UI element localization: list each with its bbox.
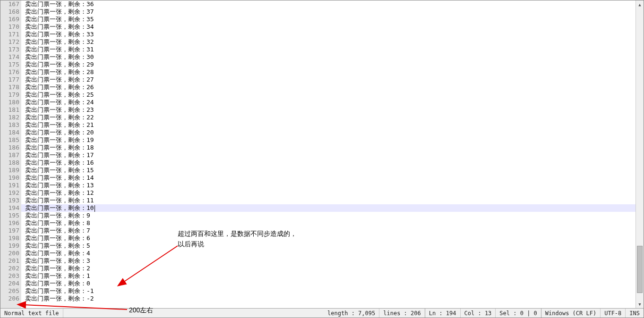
editor-area: 1671681691701711721731741751761771781791… (0, 0, 644, 308)
code-line[interactable]: 卖出门票一张，剩余：29 (21, 61, 635, 68)
status-filetype: Normal text file (0, 309, 63, 318)
annotation-line1: 超过两百和这里，是数据不同步造成的， (178, 228, 297, 239)
line-number: 199 (0, 242, 19, 250)
annotation-line2: 以后再说 (178, 239, 297, 249)
code-line[interactable]: 卖出门票一张，剩余：14 (21, 174, 635, 182)
line-number: 190 (0, 174, 19, 182)
line-number: 189 (0, 167, 19, 174)
line-number: 197 (0, 227, 19, 234)
line-number-gutter: 1671681691701711721731741751761771781791… (0, 0, 21, 308)
code-line[interactable]: 卖出门票一张，剩余：-2 (21, 295, 635, 302)
line-number: 206 (0, 295, 19, 302)
line-number: 205 (0, 287, 19, 295)
code-line[interactable]: 卖出门票一张，剩余：30 (21, 53, 635, 61)
status-bar: Normal text file length : 7,095 lines : … (0, 308, 644, 318)
code-line[interactable]: 卖出门票一张，剩余：12 (21, 189, 635, 197)
code-line[interactable]: 卖出门票一张，剩余：23 (21, 106, 635, 114)
status-ins: INS (626, 309, 644, 318)
line-number: 195 (0, 212, 19, 219)
line-number: 204 (0, 280, 19, 287)
line-number: 183 (0, 121, 19, 129)
code-line[interactable]: 卖出门票一张，剩余：1 (21, 272, 635, 280)
status-length: length : 7,095 (324, 309, 379, 318)
code-line[interactable]: 卖出门票一张，剩余：27 (21, 76, 635, 84)
line-number: 191 (0, 182, 19, 189)
line-number: 174 (0, 53, 19, 61)
code-line[interactable]: 卖出门票一张，剩余：15 (21, 167, 635, 174)
code-line[interactable]: 卖出门票一张，剩余：10 (21, 204, 635, 212)
line-number: 187 (0, 151, 19, 159)
line-number: 182 (0, 114, 19, 121)
line-number: 184 (0, 129, 19, 136)
code-line[interactable]: 卖出门票一张，剩余：26 (21, 84, 635, 91)
line-number: 203 (0, 272, 19, 280)
code-line[interactable]: 卖出门票一张，剩余：36 (21, 0, 635, 8)
code-line[interactable]: 卖出门票一张，剩余：37 (21, 8, 635, 16)
line-number: 200 (0, 250, 19, 257)
line-number: 178 (0, 84, 19, 91)
scroll-down-arrow[interactable]: ▼ (636, 300, 644, 308)
line-number: 180 (0, 99, 19, 106)
code-line[interactable]: 卖出门票一张，剩余：18 (21, 144, 635, 151)
code-line[interactable]: 卖出门票一张，剩余：24 (21, 99, 635, 106)
text-caret (94, 205, 95, 212)
code-line[interactable]: 卖出门票一张，剩余：9 (21, 212, 635, 219)
code-line[interactable]: 卖出门票一张，剩余：35 (21, 16, 635, 23)
annotation-200-label: 200左右 (129, 306, 153, 315)
code-line[interactable]: 卖出门票一张，剩余：2 (21, 265, 635, 272)
line-number: 172 (0, 38, 19, 46)
code-line[interactable]: 卖出门票一张，剩余：31 (21, 46, 635, 53)
code-line[interactable]: 卖出门票一张，剩余：34 (21, 23, 635, 31)
line-number: 169 (0, 16, 19, 23)
line-number: 170 (0, 23, 19, 31)
status-eol: Windows (CR LF) (541, 309, 601, 318)
code-line[interactable]: 卖出门票一张，剩余：17 (21, 151, 635, 159)
code-line[interactable]: 卖出门票一张，剩余：22 (21, 114, 635, 121)
line-number: 173 (0, 46, 19, 53)
code-line[interactable]: 卖出门票一张，剩余：21 (21, 121, 635, 129)
line-number: 198 (0, 234, 19, 242)
scroll-up-arrow[interactable]: ▲ (636, 0, 644, 8)
line-number: 202 (0, 265, 19, 272)
code-line[interactable]: 卖出门票一张，剩余：8 (21, 219, 635, 227)
line-number: 185 (0, 136, 19, 144)
line-number: 176 (0, 68, 19, 76)
app-window: { "editor": { "start_line": 167, "curren… (0, 0, 644, 318)
vertical-scrollbar[interactable]: ▲ ▼ (635, 0, 644, 308)
status-lines: lines : 206 (379, 309, 425, 318)
code-line[interactable]: 卖出门票一张，剩余：11 (21, 197, 635, 204)
code-line[interactable]: 卖出门票一张，剩余：-1 (21, 287, 635, 295)
code-line[interactable]: 卖出门票一张，剩余：28 (21, 68, 635, 76)
line-number: 196 (0, 219, 19, 227)
line-number: 201 (0, 257, 19, 265)
code-line[interactable]: 卖出门票一张，剩余：16 (21, 159, 635, 167)
line-number: 177 (0, 76, 19, 84)
code-text-area[interactable]: 卖出门票一张，剩余：36卖出门票一张，剩余：37卖出门票一张，剩余：35卖出门票… (21, 0, 635, 308)
code-line[interactable]: 卖出门票一张，剩余：33 (21, 31, 635, 38)
code-line[interactable]: 卖出门票一张，剩余：4 (21, 250, 635, 257)
code-line[interactable]: 卖出门票一张，剩余：5 (21, 242, 635, 250)
line-number: 168 (0, 8, 19, 16)
line-number: 171 (0, 31, 19, 38)
code-line[interactable]: 卖出门票一张，剩余：3 (21, 257, 635, 265)
code-line[interactable]: 卖出门票一张，剩余：6 (21, 234, 635, 242)
annotation-text: 超过两百和这里，是数据不同步造成的， 以后再说 (178, 228, 297, 249)
line-number: 181 (0, 106, 19, 114)
line-number: 186 (0, 144, 19, 151)
code-line[interactable]: 卖出门票一张，剩余：13 (21, 182, 635, 189)
line-number: 175 (0, 61, 19, 68)
code-line[interactable]: 卖出门票一张，剩余：7 (21, 227, 635, 234)
status-sel: Sel : 0 | 0 (496, 309, 541, 318)
status-ln: Ln : 194 (425, 309, 461, 318)
code-line[interactable]: 卖出门票一张，剩余：20 (21, 129, 635, 136)
code-line[interactable]: 卖出门票一张，剩余：32 (21, 38, 635, 46)
scroll-thumb[interactable] (637, 246, 643, 293)
line-number: 194 (0, 204, 19, 212)
line-number: 192 (0, 189, 19, 197)
status-encoding: UTF-8 (601, 309, 626, 318)
code-line[interactable]: 卖出门票一张，剩余：0 (21, 280, 635, 287)
code-line[interactable]: 卖出门票一张，剩余：19 (21, 136, 635, 144)
code-line[interactable]: 卖出门票一张，剩余：25 (21, 91, 635, 99)
line-number: 193 (0, 197, 19, 204)
line-number: 179 (0, 91, 19, 99)
